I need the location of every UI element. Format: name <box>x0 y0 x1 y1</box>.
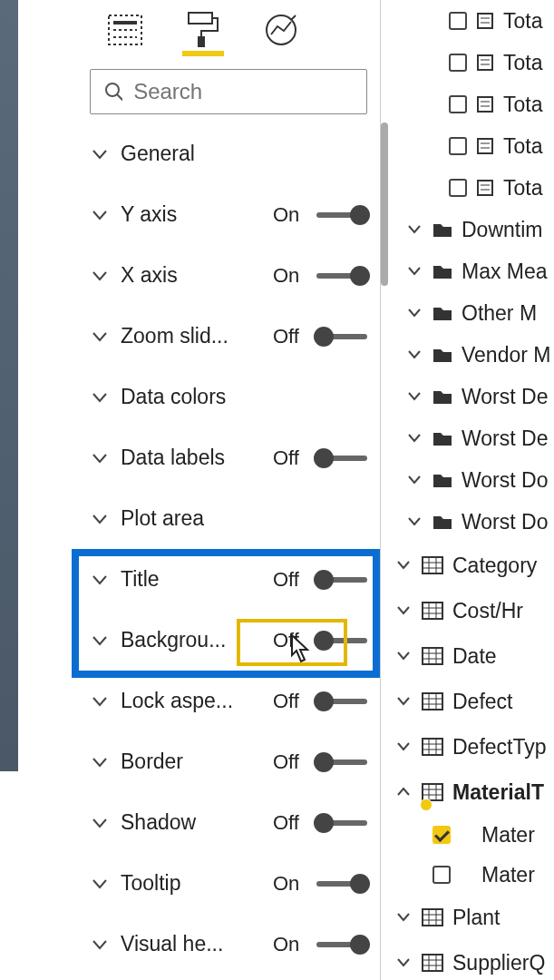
row-label: Data colors <box>121 385 226 409</box>
svg-rect-21 <box>478 181 492 195</box>
table-expanded[interactable]: MaterialT <box>394 769 554 815</box>
row-label: Border <box>121 750 183 774</box>
table[interactable]: Plant <box>394 895 554 940</box>
table-icon <box>422 908 443 926</box>
field-measure[interactable]: Tota <box>394 125 554 167</box>
search-input[interactable] <box>133 79 354 104</box>
row-yaxis[interactable]: Y axis On <box>77 184 380 245</box>
row-background[interactable]: Backgrou... Off <box>77 610 380 671</box>
row-label: General <box>121 142 195 166</box>
checkbox[interactable] <box>449 95 467 113</box>
row-tooltip[interactable]: Tooltip On <box>77 853 380 914</box>
checkbox[interactable] <box>449 54 467 72</box>
table[interactable]: Defect <box>394 679 554 724</box>
checkbox[interactable] <box>449 137 467 155</box>
checkbox[interactable] <box>433 866 451 884</box>
analytics-tab[interactable] <box>260 9 302 51</box>
row-label: Shadow <box>121 810 196 835</box>
field-measure[interactable]: Tota <box>394 167 554 209</box>
chevron-down-icon <box>90 266 110 286</box>
table[interactable]: Date <box>394 633 554 679</box>
toggle-xaxis[interactable]: On <box>273 264 367 288</box>
chevron-down-icon <box>405 429 423 447</box>
search-icon <box>103 81 122 103</box>
row-lock-aspect[interactable]: Lock aspe... Off <box>77 671 380 731</box>
checkbox-checked[interactable] <box>433 826 451 844</box>
toggle-label: On <box>273 203 309 227</box>
calc-icon <box>476 95 494 113</box>
table[interactable]: DefectTyp <box>394 724 554 769</box>
field-measure[interactable]: Tota <box>394 83 554 125</box>
svg-rect-9 <box>478 14 492 28</box>
row-shadow[interactable]: Shadow Off <box>77 792 380 853</box>
toggle-border[interactable]: Off <box>273 750 367 774</box>
chevron-down-icon <box>405 304 423 322</box>
row-border[interactable]: Border Off <box>77 731 380 792</box>
folder-icon <box>433 347 452 363</box>
checkbox[interactable] <box>449 179 467 197</box>
chevron-down-icon <box>90 691 110 711</box>
row-label: X axis <box>121 263 178 288</box>
svg-rect-39 <box>423 693 442 710</box>
folder[interactable]: Max Mea <box>394 250 554 292</box>
row-plot-area[interactable]: Plot area <box>77 488 380 549</box>
checkbox[interactable] <box>449 12 467 30</box>
field-label: Plant <box>452 906 500 930</box>
row-data-labels[interactable]: Data labels Off <box>77 427 380 488</box>
folder[interactable]: Worst De <box>394 376 554 417</box>
table[interactable]: SupplierQ <box>394 940 554 980</box>
row-title[interactable]: Title Off <box>77 549 380 610</box>
toggle-data-labels[interactable]: Off <box>273 446 367 470</box>
canvas-edge <box>0 0 18 771</box>
toggle-yaxis[interactable]: On <box>273 203 367 227</box>
fields-tab[interactable] <box>104 9 146 51</box>
row-data-colors[interactable]: Data colors <box>77 367 380 427</box>
folder[interactable]: Worst Do <box>394 501 554 543</box>
toggle-label: Off <box>273 325 309 348</box>
row-zoom-slider[interactable]: Zoom slid... Off <box>77 306 380 367</box>
folder[interactable]: Other M <box>394 292 554 334</box>
folder[interactable]: Vendor M <box>394 334 554 376</box>
row-label: Y axis <box>121 202 177 227</box>
folder[interactable]: Downtim <box>394 209 554 250</box>
toggle-visual-header[interactable]: On <box>273 933 367 956</box>
folder[interactable]: Worst De <box>394 417 554 459</box>
field-label: Worst De <box>462 385 548 409</box>
table-icon <box>422 692 443 710</box>
toggle-label: On <box>273 264 309 288</box>
scrollbar-thumb[interactable] <box>381 122 388 286</box>
toggle-background[interactable]: Off <box>273 629 367 652</box>
toggle-zoom[interactable]: Off <box>273 325 367 348</box>
folder-icon <box>433 263 452 279</box>
folder[interactable]: Worst Do <box>394 459 554 501</box>
row-label: Visual he... <box>121 932 223 956</box>
table-icon <box>422 738 443 756</box>
toggle-title[interactable]: Off <box>273 568 367 592</box>
folder-icon <box>433 514 452 530</box>
row-general[interactable]: General <box>77 123 380 184</box>
field-label: Vendor M <box>462 343 550 368</box>
column[interactable]: Mater <box>394 815 554 855</box>
svg-rect-15 <box>478 97 492 112</box>
chevron-down-icon <box>90 448 110 468</box>
row-xaxis[interactable]: X axis On <box>77 245 380 306</box>
search-box[interactable] <box>90 69 367 114</box>
field-label: Cost/Hr <box>452 599 523 623</box>
toggle-tooltip[interactable]: On <box>273 872 367 896</box>
calc-icon <box>476 137 494 155</box>
folder-icon <box>433 305 452 321</box>
chevron-down-icon <box>90 205 110 225</box>
field-measure[interactable]: Tota <box>394 42 554 83</box>
column[interactable]: Mater <box>394 855 554 895</box>
toggle-shadow[interactable]: Off <box>273 811 367 835</box>
table[interactable]: Cost/Hr <box>394 588 554 633</box>
toggle-lock-aspect[interactable]: Off <box>273 690 367 713</box>
format-tab[interactable] <box>182 9 224 51</box>
row-visual-header[interactable]: Visual he... On <box>77 914 380 975</box>
field-measure[interactable]: Tota <box>394 0 554 42</box>
chevron-down-icon <box>394 647 413 665</box>
chevron-down-icon <box>394 738 413 756</box>
table[interactable]: Category <box>394 543 554 588</box>
format-scrollbar[interactable] <box>381 122 388 975</box>
toggle-label: Off <box>273 811 309 835</box>
